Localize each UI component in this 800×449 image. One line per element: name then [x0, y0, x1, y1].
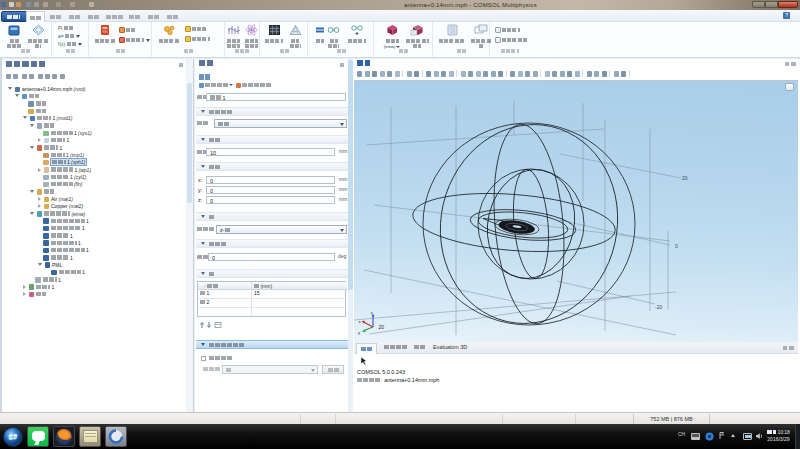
svg-text:z: z — [371, 310, 373, 315]
svg-text:-20: -20 — [655, 304, 662, 310]
svg-text:x: x — [359, 319, 362, 324]
svg-text:y: y — [358, 330, 361, 335]
svg-text:20: 20 — [682, 175, 688, 181]
svg-text:20: 20 — [379, 324, 385, 330]
svg-text:0: 0 — [675, 243, 678, 249]
